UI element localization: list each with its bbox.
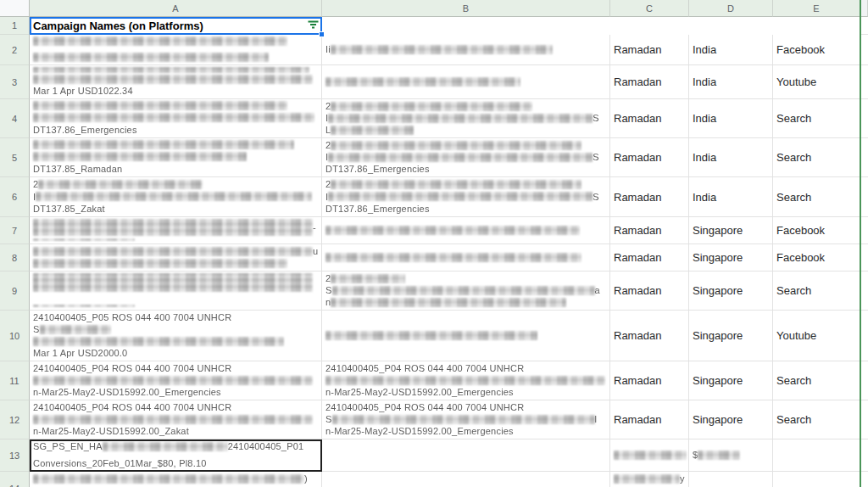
cell-a4[interactable]: DT137.86_Emergencies <box>30 99 322 138</box>
cell-d11[interactable]: Singapore <box>689 361 773 400</box>
cell-e4[interactable]: Search <box>773 99 860 138</box>
row-header-10[interactable]: 10 <box>0 311 30 361</box>
row-header-14[interactable]: 14 <box>0 472 30 487</box>
row-header-12[interactable]: 12 <box>0 400 30 439</box>
cell-e3[interactable]: Youtube <box>773 65 860 99</box>
cell-b10[interactable] <box>322 311 610 361</box>
row-header-5[interactable]: 5 <box>0 138 30 177</box>
cell-b7[interactable] <box>322 217 610 244</box>
cell-e2[interactable]: Facebook <box>773 35 860 65</box>
row-header-8[interactable]: 8 <box>0 244 30 271</box>
cell-d5[interactable]: India <box>689 138 773 177</box>
row-header-4[interactable]: 4 <box>0 99 30 138</box>
cell-e14[interactable] <box>773 472 860 487</box>
column-header-c[interactable]: C <box>610 0 689 17</box>
cell-a6[interactable]: 2IDT137.85_Zakat <box>30 177 322 217</box>
cell-a14[interactable]: ) <box>30 472 322 487</box>
cell-e10[interactable]: Youtube <box>773 311 860 361</box>
cell-a10[interactable]: 2410400405_P05 ROS 044 400 7004 UNHCRSMa… <box>30 311 322 361</box>
cell-b12[interactable]: 2410400405_P04 ROS 044 400 7004 UNHCRSln… <box>322 400 610 439</box>
cell-b5[interactable]: 2ISDT137.86_Emergencies <box>322 138 610 177</box>
cell-c13[interactable]: : <box>610 439 689 472</box>
cell-e9[interactable]: Search <box>773 271 860 311</box>
cell-value: Ramadan <box>614 112 661 125</box>
cell-d9[interactable]: Singapore <box>689 271 773 311</box>
cell-b2[interactable]: Ii <box>322 35 610 65</box>
redacted-line <box>33 152 319 161</box>
row-header-9[interactable]: 9 <box>0 271 30 311</box>
cell-c12[interactable]: Ramadan <box>610 400 689 439</box>
cell-d7[interactable]: Singapore <box>689 217 773 244</box>
cell-e7[interactable]: Facebook <box>773 217 860 244</box>
cell-a7[interactable]: - <box>30 217 322 244</box>
cell-value: Singapore <box>693 224 743 237</box>
cell-b3[interactable] <box>322 65 610 99</box>
cell-e12[interactable]: Search <box>773 400 860 439</box>
cell-b9[interactable]: 2San <box>322 271 610 311</box>
column-header-d[interactable]: D <box>689 0 773 17</box>
cell-a11[interactable]: 2410400405_P04 ROS 044 400 7004 UNHCRn-M… <box>30 361 322 400</box>
row-number: 10 <box>9 331 19 341</box>
cell-a9[interactable] <box>30 271 322 311</box>
cell-c5[interactable]: Ramadan <box>610 138 689 177</box>
cell-a2[interactable] <box>30 35 322 65</box>
redaction-blur-block <box>331 298 566 307</box>
row-number: 6 <box>12 192 17 202</box>
cell-d8[interactable]: Singapore <box>689 244 773 271</box>
cell-d3[interactable]: India <box>689 65 773 99</box>
redacted-line <box>33 101 319 110</box>
cell-a1[interactable]: Campaign Names (on Platforms) <box>30 17 322 35</box>
cell-b13[interactable] <box>322 439 610 472</box>
cell-d14[interactable] <box>689 472 773 487</box>
redacted-line <box>33 113 319 122</box>
cell-d4[interactable]: India <box>689 99 773 138</box>
cell-a12[interactable]: 2410400405_P04 ROS 044 400 7004 UNHCRn-M… <box>30 400 322 439</box>
row-header-13[interactable]: 13 <box>0 439 30 472</box>
cell-d10[interactable]: Singapore <box>689 311 773 361</box>
column-header-e[interactable]: E <box>773 0 860 17</box>
column-header-b[interactable]: B <box>322 0 610 17</box>
blurred-text-fragment: Mar 1 Apr USD2000.0 <box>33 348 127 358</box>
cell-b8[interactable] <box>322 244 610 271</box>
cell-b4[interactable]: 2ISL <box>322 99 610 138</box>
row-header-6[interactable]: 6 <box>0 177 30 217</box>
cell-a5[interactable]: DT137.85_Ramadan <box>30 138 322 177</box>
cell-c2[interactable]: Ramadan <box>610 35 689 65</box>
cell-a8[interactable]: u <box>30 244 322 271</box>
filter-icon[interactable] <box>308 20 319 32</box>
cell-e5[interactable]: Search <box>773 138 860 177</box>
cell-value: Singapore <box>693 413 743 426</box>
cell-d13[interactable]: $ <box>689 439 773 472</box>
cell-b11[interactable]: 2410400405_P04 ROS 044 400 7004 UNHCRn-M… <box>322 361 610 400</box>
cell-c14[interactable]: y <box>610 472 689 487</box>
cell-d6[interactable]: India <box>689 177 773 217</box>
row-header-3[interactable]: 3 <box>0 65 30 99</box>
cell-c4[interactable]: Ramadan <box>610 99 689 138</box>
cell-c11[interactable]: Ramadan <box>610 361 689 400</box>
row-header-1[interactable]: 1 <box>0 17 30 35</box>
cell-a3[interactable]: Mar 1 Apr USD1022.34 <box>30 65 322 99</box>
cell-e8[interactable]: Facebook <box>773 244 860 271</box>
gutter-cell <box>860 400 868 439</box>
cell-c8[interactable]: Ramadan <box>610 244 689 271</box>
column-header-a[interactable]: A <box>30 0 322 17</box>
row-header-7[interactable]: 7 <box>0 217 30 244</box>
redaction-blur-block <box>331 274 405 283</box>
cell-e6[interactable]: Search <box>773 177 860 217</box>
cell-e13[interactable] <box>773 439 860 472</box>
cell-b6[interactable]: 2ISDT137.86_Emergencies <box>322 177 610 217</box>
cell-c7[interactable]: Ramadan <box>610 217 689 244</box>
cell-c3[interactable]: Ramadan <box>610 65 689 99</box>
cell-c6[interactable]: Ramadan <box>610 177 689 217</box>
cell-b14[interactable] <box>322 472 610 487</box>
row-header-11[interactable]: 11 <box>0 361 30 400</box>
row-header-2[interactable]: 2 <box>0 35 30 65</box>
corner-select-all-box[interactable] <box>0 0 30 17</box>
cell-e11[interactable]: Search <box>773 361 860 400</box>
blurred-text-fragment: 2410400405_P04 ROS 044 400 7004 UNHCR <box>326 363 524 373</box>
cell-d2[interactable]: India <box>689 35 773 65</box>
cell-d12[interactable]: Singapore <box>689 400 773 439</box>
cell-c9[interactable]: Ramadan <box>610 271 689 311</box>
cell-a13[interactable]: SG_PS_EN_HA2410400405_P01Conversions_20F… <box>30 439 322 472</box>
cell-c10[interactable]: Ramadan <box>610 311 689 361</box>
